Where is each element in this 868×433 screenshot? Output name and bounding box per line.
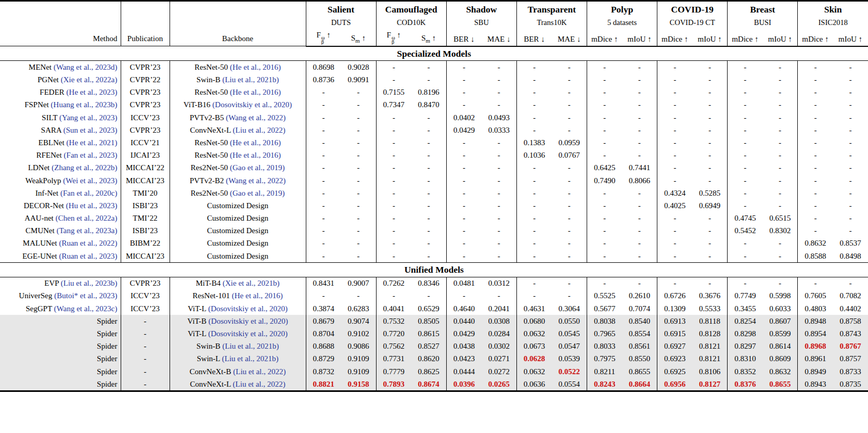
citation-link[interactable]: (Dosovitskiy et al., 2020) (206, 329, 288, 338)
citation-link[interactable]: (Wang et al., 2023d) (51, 63, 117, 71)
value-cell: - (798, 111, 833, 124)
value-cell: 0.6033 (762, 302, 798, 315)
citation-link[interactable]: (Sun et al., 2023) (61, 126, 117, 134)
value-cell: 0.0312 (482, 277, 517, 290)
method-name: SegGPT (26, 304, 53, 313)
citation-link[interactable]: (He et al., 2023) (64, 88, 118, 96)
citation-link[interactable]: (Xie et al., 2021b) (221, 279, 279, 287)
value-cell: - (411, 111, 447, 124)
value-cell: - (762, 86, 798, 99)
metric-header: MAE ↓ (482, 29, 517, 46)
citation-link[interactable]: (Liu et al., 2022) (231, 126, 286, 134)
citation-link[interactable]: (Zhang et al., 2022b) (50, 163, 118, 172)
arrow-up-icon: ↑ (753, 35, 758, 43)
method-cell: Inf-Net (Fan et al., 2020c) (0, 187, 121, 199)
citation-link[interactable]: (Butoi* et al., 2023) (53, 291, 118, 300)
backbone-name: PVTv2-B5 (190, 113, 224, 122)
value-cell: - (446, 74, 482, 86)
citation-link[interactable]: (He et al., 2016) (230, 291, 283, 300)
value-cell: - (341, 250, 377, 263)
method-name: FSPNet (24, 100, 49, 109)
value-cell: - (728, 124, 763, 136)
value-cell: - (446, 187, 482, 199)
citation-link[interactable]: (Dosovitskiy et al., 2020) (206, 317, 288, 325)
value-cell: 0.8211 (587, 365, 623, 378)
arrow-up-icon: ↑ (645, 35, 651, 43)
value-cell: 0.0272 (482, 365, 517, 378)
citation-link[interactable]: (Wang et al., 2022) (224, 113, 286, 122)
publication-cell: - (121, 315, 170, 327)
citation-link[interactable]: (Chen et al., 2022a) (54, 214, 117, 222)
table-row: AAU-net (Chen et al., 2022a)TMI’22Custom… (0, 212, 868, 225)
method-name: MENet (29, 63, 51, 71)
value-cell: 0.8632 (798, 237, 833, 250)
citation-link[interactable]: (Liu et al., 2021b) (220, 354, 278, 363)
citation-link[interactable]: (Xie et al., 2022a) (59, 75, 117, 84)
value-cell: - (833, 111, 868, 124)
value-cell: 0.8038 (587, 315, 623, 327)
value-cell: 0.7262 (376, 277, 411, 290)
value-cell: - (833, 277, 868, 290)
citation-link[interactable]: (Liu et al., 2022) (231, 380, 286, 388)
citation-link[interactable]: (He et al., 2016) (228, 88, 281, 96)
citation-link[interactable]: (Huang et al., 2023b) (49, 100, 118, 109)
backbone-name: Res2Net-50 (191, 163, 228, 172)
method-cell: FSPNet (Huang et al., 2023b) (0, 99, 121, 111)
value-cell: 0.8821 (306, 378, 341, 391)
citation-link[interactable]: (Liu et al., 2021b) (221, 75, 279, 84)
citation-link[interactable]: (Hu et al., 2023) (64, 201, 117, 210)
value-cell: - (622, 136, 657, 149)
value-cell: 0.8736 (306, 74, 341, 86)
value-cell: - (411, 199, 447, 212)
citation-link[interactable]: (He et al., 2016) (228, 138, 281, 147)
value-cell: - (622, 250, 657, 263)
table-row: EVP (Liu et al., 2023b)CVPR’23MiT-B4 (Xi… (0, 277, 868, 290)
value-cell: - (798, 86, 833, 99)
value-cell: 0.7731 (376, 353, 411, 365)
citation-link[interactable]: (Dosovitskiy et al., 2020) (211, 100, 292, 109)
backbone-name: Customized Design (207, 239, 268, 247)
value-cell: - (622, 212, 657, 225)
table-row: UniverSeg (Butoi* et al., 2023)ICCV’23Re… (0, 290, 868, 302)
value-cell: 0.8729 (306, 353, 341, 365)
value-cell: - (306, 136, 341, 149)
citation-link[interactable]: (Liu et al., 2021b) (221, 342, 279, 350)
citation-link[interactable]: (Gao et al., 2019) (228, 163, 284, 172)
value-cell: 0.9158 (341, 378, 377, 391)
value-cell: - (833, 174, 868, 187)
value-cell: - (762, 149, 798, 162)
citation-link[interactable]: (He et al., 2016) (228, 151, 281, 159)
citation-link[interactable]: (He et al., 2021) (64, 138, 118, 147)
value-cell: 0.0429 (446, 124, 482, 136)
publication-cell: TMI’22 (121, 212, 170, 225)
section-header-row: Unified Models (0, 263, 868, 277)
citation-link[interactable]: (Wang et al., 2023c) (52, 304, 117, 313)
citation-link[interactable]: (Dosovitskiy et al., 2020) (206, 304, 288, 313)
backbone-name: PVTv2-B2 (190, 176, 224, 185)
citation-link[interactable]: (Fan et al., 2020c) (58, 189, 117, 197)
citation-link[interactable]: (Yang et al., 2023) (57, 113, 117, 122)
results-table: MethodPublicationBackboneSalientCamoufla… (0, 0, 868, 392)
citation-link[interactable]: (Fan et al., 2023) (62, 151, 118, 159)
citation-link[interactable]: (Wei et al., 2023) (61, 176, 118, 185)
arrow-up-icon: ↑ (612, 35, 618, 43)
citation-link[interactable]: (Gao et al., 2019) (228, 189, 284, 197)
citation-link[interactable]: (Liu et al., 2023b) (59, 279, 117, 287)
value-cell: - (482, 290, 517, 302)
table-row: DECOR-Net (Hu et al., 2023)ISBI’23Custom… (0, 199, 868, 212)
citation-link[interactable]: (Ruan et al., 2023) (57, 252, 118, 260)
value-cell: - (692, 124, 728, 136)
citation-link[interactable]: (Ruan et al., 2022) (57, 239, 118, 247)
value-cell: - (833, 212, 868, 225)
value-cell: - (341, 187, 377, 199)
value-cell: - (762, 162, 798, 174)
value-cell: 0.7441 (622, 162, 657, 174)
citation-link[interactable]: (Liu et al., 2022) (231, 367, 286, 376)
value-cell: - (587, 237, 623, 250)
value-cell: - (728, 162, 763, 174)
citation-link[interactable]: (Tang et al., 2023a) (55, 226, 118, 235)
citation-link[interactable]: (Wang et al., 2022) (224, 176, 286, 185)
method-name: FEDER (40, 88, 64, 96)
task-header: Breast (728, 1, 798, 17)
citation-link[interactable]: (He et al., 2016) (228, 63, 281, 71)
